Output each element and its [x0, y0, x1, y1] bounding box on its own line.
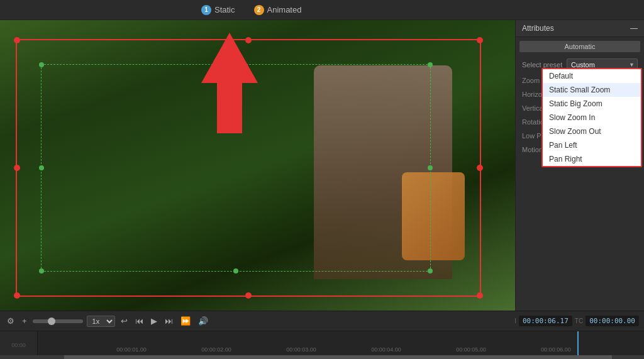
- handle-tl[interactable]: [14, 37, 20, 43]
- green-handle-bl[interactable]: [39, 268, 44, 273]
- tab-static[interactable]: 1 Static: [201, 5, 235, 15]
- svg-marker-0: [201, 33, 258, 133]
- tick-4: 00:00:04.00: [371, 346, 401, 353]
- zoom-scrollbar[interactable]: [0, 355, 644, 359]
- zoom-range[interactable]: [64, 355, 611, 359]
- add-track-button[interactable]: +: [20, 315, 29, 327]
- dropdown-item-default[interactable]: Default: [543, 69, 641, 83]
- dropdown-item-static-big-zoom[interactable]: Static Big Zoom: [543, 97, 641, 111]
- green-handle-tl[interactable]: [39, 62, 44, 67]
- direction-arrow: [201, 33, 258, 135]
- handle-bl[interactable]: [14, 292, 20, 299]
- volume-button[interactable]: 🔊: [196, 315, 210, 327]
- animated-tab-label: Animated: [267, 5, 302, 14]
- automatic-button[interactable]: Automatic: [519, 41, 640, 52]
- track-start-label: 00:00: [11, 342, 26, 348]
- dropdown-item-slow-zoom-in[interactable]: Slow Zoom In: [543, 111, 641, 124]
- animated-tab-icon: 2: [254, 5, 264, 15]
- tick-2: 00:00:02.00: [201, 346, 231, 353]
- timecode-area: I 00:00:06.17 TC 00:00:00.00: [514, 316, 639, 326]
- dropdown-item-slow-zoom-out[interactable]: Slow Zoom Out: [543, 124, 641, 138]
- green-handle-bm[interactable]: [233, 268, 238, 273]
- main-area: Attributes — Automatic Select preset Cus…: [0, 20, 644, 311]
- dropdown-item-pan-left[interactable]: Pan Left: [543, 138, 641, 152]
- video-preview[interactable]: [0, 20, 515, 311]
- prev-frame-button[interactable]: ⏮: [133, 315, 145, 327]
- timecode-label-2: TC: [575, 318, 583, 324]
- timeline: ⚙ + 1x 0.5x 2x ↩ ⏮ ▶ ⏭ ⏩ 🔊 I 00:00:06.17…: [0, 311, 644, 359]
- timeline-ruler: 00:00:01.00 00:00:02.00 00:00:03.00 00:0…: [38, 331, 644, 355]
- green-handle-ml[interactable]: [39, 165, 44, 170]
- handle-ml[interactable]: [14, 165, 20, 171]
- panel-title: Attributes: [522, 24, 554, 33]
- handle-bm[interactable]: [245, 292, 252, 299]
- timeline-controls: ⚙ + 1x 0.5x 2x ↩ ⏮ ▶ ⏭ ⏩ 🔊 I 00:00:06.17…: [0, 311, 644, 331]
- playhead: [577, 331, 579, 355]
- green-handle-mr[interactable]: [428, 165, 433, 170]
- panel-header: Attributes —: [516, 20, 644, 37]
- dropdown-item-static-small-zoom[interactable]: Static Small Zoom: [543, 83, 641, 97]
- tick-5: 00:00:05.00: [456, 346, 486, 353]
- handle-mr[interactable]: [477, 165, 483, 171]
- timecode-value-2[interactable]: 00:00:00.00: [586, 316, 639, 326]
- attributes-panel: Attributes — Automatic Select preset Cus…: [515, 20, 644, 311]
- tab-animated[interactable]: 2 Animated: [254, 5, 302, 15]
- play-pause-button[interactable]: ▶: [149, 315, 159, 327]
- timecode-value-1[interactable]: 00:00:06.17: [519, 316, 572, 326]
- video-background: [0, 20, 515, 311]
- handle-tr[interactable]: [477, 37, 483, 43]
- timecode-label-1: I: [514, 318, 516, 324]
- static-tab-label: Static: [214, 5, 235, 14]
- tick-3: 00:00:03.00: [286, 346, 316, 353]
- handle-br[interactable]: [477, 292, 483, 299]
- fast-forward-button[interactable]: ⏩: [179, 315, 192, 327]
- timeline-track[interactable]: 00:00 00:00:01.00 00:00:02.00 00:00:03.0…: [0, 331, 644, 359]
- static-tab-icon: 1: [201, 5, 211, 15]
- dropdown-item-pan-right[interactable]: Pan Right: [543, 152, 641, 166]
- tick-1: 00:00:01.00: [116, 346, 147, 353]
- minimize-icon[interactable]: —: [630, 24, 638, 33]
- settings-button[interactable]: ⚙: [5, 315, 16, 327]
- tick-6: 00:00:06.00: [541, 346, 571, 353]
- tab-bar: 1 Static 2 Animated: [0, 0, 644, 20]
- speed-selector[interactable]: 1x 0.5x 2x: [87, 316, 115, 327]
- scrub-thumb[interactable]: [48, 318, 55, 325]
- green-handle-br[interactable]: [428, 268, 433, 273]
- scrub-bar[interactable]: [33, 319, 83, 323]
- preset-dropdown: Default Static Small Zoom Static Big Zoo…: [541, 68, 642, 167]
- next-frame-button[interactable]: ⏭: [163, 315, 175, 327]
- rewind-button[interactable]: ↩: [119, 315, 130, 327]
- green-handle-tr[interactable]: [428, 62, 433, 67]
